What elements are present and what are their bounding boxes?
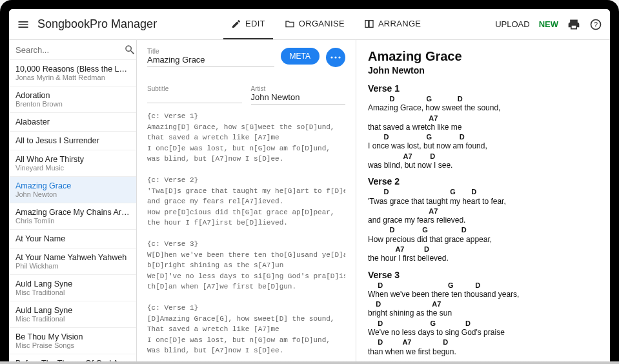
svg-point-5 (334, 56, 336, 58)
list-item[interactable]: Be Thou My VisionMisc Praise Songs (9, 328, 136, 354)
chord-line: D G D (368, 319, 598, 328)
list-item[interactable]: All Who Are ThirstyVineyard Music (9, 150, 136, 177)
list-item[interactable]: Auld Lang SyneMisc Traditional (9, 275, 136, 301)
tab-arrange[interactable]: ARRANGE (356, 10, 429, 39)
song-title: Alabaster (15, 117, 130, 126)
chord-line: D G D (368, 188, 598, 196)
artist-label: Artist (251, 85, 346, 92)
svg-rect-1 (369, 20, 373, 27)
title-label: Title (147, 48, 274, 55)
list-item[interactable]: Alabaster (9, 113, 136, 132)
list-item[interactable]: Amazing Grace My Chains Ar…Chris Tomlin (9, 203, 136, 230)
song-title: Adoration (15, 91, 130, 100)
folder-icon (285, 19, 295, 29)
preview-panel: Amazing Grace John Newton Verse 1 D G DA… (356, 40, 610, 364)
song-title: Auld Lang Syne (15, 279, 130, 288)
list-item[interactable]: All to Jesus I Surrender (9, 132, 136, 150)
lyric-line: bright shining as the sun (368, 308, 598, 318)
svg-point-6 (338, 56, 340, 58)
list-item[interactable]: 10,000 Reasons (Bless the L…Jonas Myrin … (9, 60, 136, 86)
chord-line: A7 D (368, 245, 598, 254)
preview-artist: John Newton (368, 65, 598, 76)
chord-line: A7 (368, 114, 598, 123)
song-title: Amazing Grace (15, 181, 130, 190)
list-item[interactable]: At Your Name Yahweh YahwehPhil Wickham (9, 248, 136, 275)
chord-line: D A7 (368, 300, 598, 308)
song-artist: Jonas Myrin & Matt Redman (15, 74, 130, 81)
arrange-icon (364, 19, 374, 29)
song-artist: Misc Praise Songs (15, 341, 130, 349)
top-toolbar: SongbookPro Manager EDIT ORGANISE ARRANG… (9, 9, 610, 40)
lyric-line: 'Twas grace that taught my heart to fear… (368, 197, 598, 206)
app-title: SongbookPro Manager (37, 17, 157, 31)
section-header: Verse 3 (368, 270, 598, 280)
editor-panel: Title Amazing Grace META Subtitle (137, 40, 356, 364)
list-item[interactable]: AdorationBrenton Brown (9, 86, 136, 113)
title-input[interactable]: Amazing Grace (147, 55, 274, 67)
lyric-line: the hour I first believed. (368, 254, 598, 263)
list-item[interactable]: At Your Name (9, 230, 136, 248)
song-artist: Vineyard Music (15, 164, 130, 172)
artist-input[interactable]: John Newton (251, 92, 346, 105)
song-artist: Misc Traditional (15, 288, 130, 296)
song-title: At Your Name (15, 234, 130, 243)
song-title: 10,000 Reasons (Bless the L… (15, 65, 130, 74)
list-item[interactable]: Auld Lang SyneMisc Traditional (9, 301, 136, 328)
hamburger-icon[interactable] (17, 18, 30, 31)
lyric-line: than when we first begun. (368, 347, 598, 356)
lyric-line: I once was lost, but now am found, (368, 141, 598, 150)
search-input[interactable] (15, 45, 124, 55)
svg-rect-0 (365, 20, 369, 27)
lyric-line: When we've been there ten thousand years… (368, 290, 598, 299)
help-icon[interactable]: ? (589, 18, 602, 31)
search-row (9, 40, 136, 60)
pencil-icon (231, 19, 241, 29)
upload-button[interactable]: UPLOAD (495, 19, 529, 29)
lyric-line: was blind, but now I see. (368, 161, 598, 170)
subtitle-input[interactable] (147, 92, 242, 103)
chord-line: D G D (368, 133, 598, 141)
lyric-line: that saved a wretch like me (368, 123, 598, 132)
svg-point-4 (330, 56, 332, 58)
chord-line: D A7 D (368, 338, 598, 347)
print-icon[interactable] (567, 18, 580, 31)
chord-line: D G D (368, 281, 598, 290)
lyric-line: Amazing Grace, how sweet the sound, (368, 103, 598, 112)
preview-title: Amazing Grace (368, 49, 598, 64)
chord-line: D G D (368, 226, 598, 234)
lyric-line: and grace my fears relieved. (368, 216, 598, 225)
chord-line: A7 D (368, 152, 598, 161)
song-title: All to Jesus I Surrender (15, 136, 130, 145)
svg-text:?: ? (594, 21, 598, 28)
new-button[interactable]: NEW (539, 19, 558, 29)
song-artist: Phil Wickham (15, 262, 130, 270)
list-item[interactable]: Amazing GraceJohn Newton (9, 177, 136, 203)
more-button[interactable] (326, 48, 345, 67)
song-list: 10,000 Reasons (Bless the L…Jonas Myrin … (9, 60, 136, 364)
lyric-line: How precious did that grace appear, (368, 235, 598, 244)
chord-line: D G D (368, 95, 598, 103)
song-title: Auld Lang Syne (15, 306, 130, 315)
subtitle-label: Subtitle (147, 85, 242, 92)
song-title: Be Thou My Vision (15, 332, 130, 341)
section-header: Verse 2 (368, 176, 598, 187)
song-title: All Who Are Thirsty (15, 155, 130, 164)
song-title: Amazing Grace My Chains Ar… (15, 208, 130, 217)
tab-organise[interactable]: ORGANISE (277, 10, 352, 39)
song-title: Before The Throne Of God Ab… (15, 359, 130, 364)
meta-button[interactable]: META (281, 48, 320, 65)
song-sidebar: 10,000 Reasons (Bless the L…Jonas Myrin … (9, 40, 137, 364)
search-icon[interactable] (124, 44, 136, 56)
lyric-line: We've no less days to sing God's praise (368, 328, 598, 337)
section-header: Verse 1 (368, 83, 598, 94)
song-title: At Your Name Yahweh Yahweh (15, 253, 130, 262)
tab-edit[interactable]: EDIT (223, 10, 273, 39)
list-item[interactable]: Before The Throne Of God Ab… (9, 354, 136, 364)
chordpro-editor[interactable]: {c: Verse 1} Amazing[D] Grace, how s[G]w… (147, 111, 345, 356)
song-artist: Chris Tomlin (15, 217, 130, 225)
song-artist: Brenton Brown (15, 100, 130, 108)
song-artist: John Newton (15, 190, 130, 198)
song-artist: Misc Traditional (15, 315, 130, 323)
chord-line: A7 (368, 207, 598, 216)
